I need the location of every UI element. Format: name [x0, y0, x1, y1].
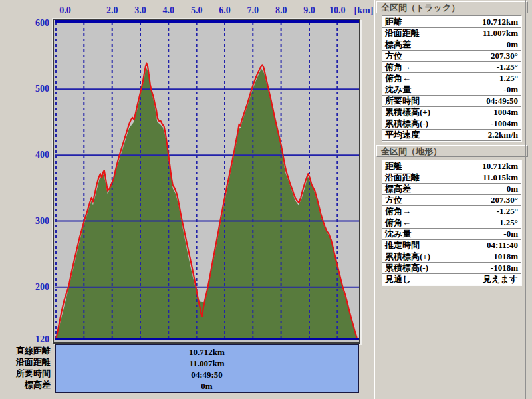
- row-label: 沿面距離: [385, 172, 420, 184]
- table-row: 平均速度2.2km/h: [382, 129, 521, 140]
- x-tick-label: 3.0: [134, 5, 146, 16]
- summary-box: 10.712km11.007km04:49:500m: [55, 344, 359, 393]
- panel-terrain-table: 距離10.712km沿面距離11.015km標高差0m方位207.30°俯角→-…: [382, 160, 521, 285]
- row-value: 1004m: [493, 107, 518, 118]
- row-label: 累積標高(-): [385, 262, 428, 274]
- row-label: 俯角→: [385, 205, 411, 217]
- row-label: 俯角←: [385, 217, 411, 229]
- y-tick-label: 400: [17, 150, 49, 160]
- panel-track-title: 全区間（トラック）: [376, 1, 528, 13]
- table-row: 沿面距離11.007km: [382, 27, 521, 39]
- table-row: 沈み量-0m: [382, 228, 521, 239]
- row-label: 平均速度: [385, 129, 420, 141]
- row-value: -0m: [503, 84, 518, 95]
- table-row: 累積標高(+)1004m: [382, 106, 521, 118]
- row-label: 標高差: [385, 39, 411, 51]
- x-tick-label: 10.0: [329, 5, 346, 16]
- x-tick-label: 6.0: [219, 5, 231, 16]
- table-row: 標高差0m: [382, 183, 521, 194]
- summary-row-label: 沿面距離: [0, 356, 51, 368]
- row-value: -1.25°: [497, 62, 518, 72]
- row-label: 方位: [385, 50, 402, 62]
- x-tick-label: 0.0: [59, 5, 71, 16]
- plot-top-border: [55, 20, 359, 23]
- row-label: 所要時間: [385, 95, 420, 107]
- summary-value: 10.712km: [56, 346, 358, 358]
- table-row: 俯角←1.25°: [382, 72, 521, 84]
- table-row: 見通し見えます: [382, 273, 521, 285]
- row-value: -1004m: [491, 118, 518, 129]
- table-row: 累積標高(-)-1018m: [382, 262, 521, 273]
- table-row: 標高差0m: [382, 39, 521, 50]
- table-row: 沈み量-0m: [382, 84, 521, 95]
- summary-value: 0m: [56, 380, 358, 392]
- row-label: 俯角→: [385, 61, 411, 73]
- row-label: 沿面距離: [385, 27, 420, 39]
- row-value: 04:11:40: [487, 240, 518, 251]
- row-value: 10.712km: [482, 17, 518, 27]
- summary-value: 11.007km: [56, 358, 358, 369]
- row-value: -1.25°: [497, 206, 518, 217]
- row-value: 1.25°: [499, 73, 518, 84]
- x-tick-label: 7.0: [247, 5, 259, 16]
- table-row: 俯角←1.25°: [382, 217, 521, 228]
- row-value: -1018m: [491, 263, 518, 273]
- x-tick-label: 4.0: [163, 5, 175, 16]
- row-value: 11.015km: [483, 172, 518, 183]
- row-value: 207.30°: [491, 195, 518, 205]
- row-label: 累積標高(+): [385, 106, 430, 118]
- summary-row-label: 標高差: [0, 379, 51, 390]
- row-value: 見えます: [483, 273, 518, 285]
- summary-row-label: 直線距離: [0, 345, 51, 356]
- row-label: 標高差: [385, 183, 411, 195]
- row-value: 0m: [507, 184, 518, 194]
- table-row: 所要時間04:49:50: [382, 95, 521, 106]
- row-value: 207.30°: [491, 51, 518, 61]
- row-label: 俯角←: [385, 72, 411, 84]
- elevation-chart-region: 0.02.03.04.05.06.07.08.09.010.0[km] 6005…: [0, 0, 374, 399]
- row-label: 沈み量: [385, 84, 411, 96]
- table-row: 沿面距離11.015km: [382, 172, 521, 183]
- table-row: 距離10.712km: [382, 160, 521, 172]
- row-value: 2.2km/h: [488, 130, 518, 140]
- row-label: 推定時間: [385, 239, 420, 251]
- x-tick-label: 2.0: [106, 5, 118, 16]
- table-row: 推定時間04:11:40: [382, 239, 521, 251]
- sidebar-edge-divider: [525, 0, 526, 399]
- elevation-plot[interactable]: [55, 20, 359, 342]
- table-row: 俯角→-1.25°: [382, 61, 521, 72]
- row-value: 1.25°: [499, 217, 518, 228]
- y-tick-label: 500: [17, 84, 49, 94]
- x-tick-label: 8.0: [275, 5, 287, 16]
- row-value: -0m: [503, 229, 518, 239]
- table-row: 方位207.30°: [382, 194, 521, 205]
- sidebar: 全区間（トラック） 距離10.712km沿面距離11.007km標高差0m方位2…: [374, 0, 532, 399]
- panel-track-table: 距離10.712km沿面距離11.007km標高差0m方位207.30°俯角→-…: [382, 15, 521, 141]
- y-tick-label: 300: [17, 216, 49, 227]
- panel-terrain-title: 全区間（地形）: [376, 145, 528, 157]
- table-row: 方位207.30°: [382, 50, 521, 61]
- row-value: 11.007km: [483, 28, 518, 39]
- x-axis-unit-label: [km]: [354, 5, 374, 16]
- table-row: 累積標高(+)1018m: [382, 251, 521, 262]
- row-label: 距離: [385, 160, 402, 172]
- summary-value: 04:49:50: [56, 369, 358, 380]
- plot-bottom-border: [55, 338, 359, 340]
- table-row: 累積標高(-)-1004m: [382, 118, 521, 129]
- row-label: 方位: [385, 194, 402, 206]
- x-tick-label: 9.0: [303, 5, 315, 16]
- row-label: 累積標高(-): [385, 118, 428, 130]
- route-profile-window: 0.02.03.04.05.06.07.08.09.010.0[km] 6005…: [0, 0, 532, 399]
- row-value: 04:49:50: [486, 96, 518, 106]
- terrain-area: [56, 67, 357, 340]
- table-row: 俯角→-1.25°: [382, 205, 521, 217]
- table-row: 距離10.712km: [382, 16, 521, 27]
- y-tick-label: 200: [17, 282, 49, 293]
- summary-row-label: 所要時間: [0, 368, 51, 379]
- row-label: 沈み量: [385, 228, 411, 240]
- plot-frame: [53, 19, 360, 344]
- row-label: 距離: [385, 16, 402, 28]
- row-value: 1018m: [493, 251, 518, 262]
- row-label: 見通し: [385, 273, 411, 285]
- row-value: 10.712km: [482, 161, 518, 172]
